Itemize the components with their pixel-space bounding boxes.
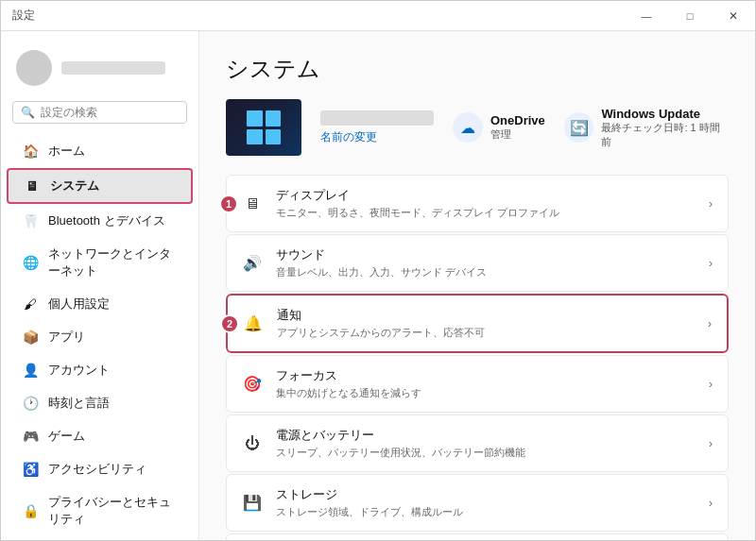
nav-label-gaming: ゲーム: [48, 428, 85, 445]
sidebar: 🔍 🏠 ホーム 🖥 システム 🦷 Bluetooth とデバイス 🌐 ネットワー…: [1, 31, 199, 540]
nav-label-bluetooth: Bluetooth とデバイス: [48, 212, 165, 229]
search-box[interactable]: 🔍: [12, 101, 187, 124]
win11-square-3: [247, 129, 263, 145]
chevron-icon-notifications: ›: [708, 317, 712, 330]
settings-item-storage[interactable]: 💾 ストレージ ストレージ領域、ドライブ、構成ルール ›: [226, 474, 729, 532]
settings-icon-power: ⏻: [242, 433, 263, 454]
settings-text-display: ディスプレイ モニター、明るさ、夜間モード、ディスプレイ プロファイル: [276, 187, 696, 220]
action-icon-windows_update: 🔄: [564, 112, 594, 143]
action-label-onedrive: OneDrive: [490, 113, 545, 127]
user-section: [1, 42, 198, 101]
maximize-button[interactable]: □: [668, 1, 712, 31]
nav-label-time: 時刻と言語: [48, 395, 110, 412]
settings-title-storage: ストレージ: [276, 486, 696, 503]
nav-icon-accounts: 👤: [22, 362, 39, 379]
sidebar-item-home[interactable]: 🏠 ホーム: [7, 135, 193, 167]
header-action-onedrive[interactable]: ☁ OneDrive 管理: [453, 107, 545, 149]
header-action-windows_update[interactable]: 🔄 Windows Update 最終チェック日時: 1 時間前: [564, 107, 729, 149]
nav-label-home: ホーム: [48, 143, 85, 160]
settings-item-notifications[interactable]: 2 🔔 通知 アプリとシステムからのアラート、応答不可 ›: [226, 294, 729, 353]
main-content: システム 名前の変更: [199, 31, 755, 540]
settings-text-focus: フォーカス 集中の妨げとなる通知を減らす: [276, 367, 696, 400]
nav-icon-personalization: 🖌: [22, 296, 39, 313]
badge-display: 1: [219, 194, 238, 213]
settings-title-focus: フォーカス: [276, 367, 696, 384]
settings-item-sound[interactable]: 🔊 サウンド 音量レベル、出力、入力、サウンド デバイス ›: [226, 234, 729, 292]
settings-list: 1 🖥 ディスプレイ モニター、明るさ、夜間モード、ディスプレイ プロファイル …: [226, 175, 729, 540]
sidebar-item-network[interactable]: 🌐 ネットワークとインターネット: [7, 238, 193, 287]
settings-subtitle-power: スリープ、バッテリー使用状況、バッテリー節約機能: [276, 446, 696, 460]
nav-icon-home: 🏠: [22, 143, 39, 160]
page-title: システム: [226, 54, 729, 84]
sidebar-item-time[interactable]: 🕐 時刻と言語: [7, 387, 193, 419]
settings-title-display: ディスプレイ: [276, 187, 696, 204]
settings-window: 設定 — □ ✕ 🔍 🏠 ホーム 🖥 システム 🦷 Bl: [0, 0, 756, 541]
win11-logo: [247, 110, 281, 144]
nav-icon-time: 🕐: [22, 395, 39, 412]
settings-subtitle-sound: 音量レベル、出力、入力、サウンド デバイス: [276, 265, 696, 279]
computer-name-block: [320, 110, 434, 126]
settings-item-focus[interactable]: 🎯 フォーカス 集中の妨げとなる通知を減らす ›: [226, 355, 729, 413]
settings-item-power[interactable]: ⏻ 電源とバッテリー スリープ、バッテリー使用状況、バッテリー節約機能 ›: [226, 414, 729, 472]
sidebar-item-accounts[interactable]: 👤 アカウント: [7, 354, 193, 386]
search-input[interactable]: [41, 106, 179, 119]
action-label-windows_update: Windows Update: [601, 107, 729, 121]
nav-icon-apps: 📦: [22, 329, 39, 346]
nav-label-personalization: 個人用設定: [48, 296, 110, 313]
action-text-onedrive: OneDrive 管理: [490, 113, 545, 142]
settings-subtitle-notifications: アプリとシステムからのアラート、応答不可: [277, 326, 695, 340]
settings-title-notifications: 通知: [277, 307, 695, 324]
badge-notifications: 2: [220, 314, 239, 333]
nav-icon-system: 🖥: [24, 178, 41, 194]
minimize-button[interactable]: —: [625, 1, 668, 31]
nav-label-network: ネットワークとインターネット: [48, 245, 178, 279]
pc-thumbnail-inner: [226, 99, 301, 156]
titlebar-title: 設定: [12, 8, 35, 24]
nav-label-apps: アプリ: [48, 329, 85, 346]
username-block: [61, 61, 165, 75]
close-button[interactable]: ✕: [712, 1, 755, 31]
win11-square-4: [266, 129, 282, 145]
nav-icon-network: 🌐: [22, 254, 39, 271]
rename-link[interactable]: 名前の変更: [320, 130, 377, 144]
settings-icon-notifications: 🔔: [243, 313, 264, 334]
nav-label-system: システム: [50, 178, 99, 194]
nav-icon-privacy: 🔒: [22, 502, 39, 519]
nav-icon-gaming: 🎮: [22, 428, 39, 445]
action-icon-onedrive: ☁: [453, 112, 483, 143]
pc-name-section: 名前の変更: [320, 110, 434, 145]
settings-title-sound: サウンド: [276, 246, 696, 263]
sidebar-item-apps[interactable]: 📦 アプリ: [7, 321, 193, 353]
search-icon: 🔍: [21, 106, 35, 119]
nav-list: 🏠 ホーム 🖥 システム 🦷 Bluetooth とデバイス 🌐 ネットワークと…: [1, 135, 198, 540]
sidebar-item-windows_update[interactable]: 🔄 Windows Update: [7, 536, 193, 540]
settings-subtitle-focus: 集中の妨げとなる通知を減らす: [276, 386, 696, 400]
chevron-icon-sound: ›: [709, 257, 713, 270]
pc-thumbnail: [226, 99, 301, 156]
settings-subtitle-display: モニター、明るさ、夜間モード、ディスプレイ プロファイル: [276, 206, 696, 220]
settings-item-nearby_sharing[interactable]: 📤 近距離共有 見つけやすさ、受信ファイルの場所 ›: [226, 533, 729, 540]
settings-text-notifications: 通知 アプリとシステムからのアラート、応答不可: [277, 307, 695, 340]
nav-label-privacy: プライバシーとセキュリティ: [48, 494, 178, 528]
sidebar-item-personalization[interactable]: 🖌 個人用設定: [7, 288, 193, 320]
settings-item-display[interactable]: 1 🖥 ディスプレイ モニター、明るさ、夜間モード、ディスプレイ プロファイル …: [226, 175, 729, 232]
titlebar: 設定 — □ ✕: [1, 1, 755, 31]
chevron-icon-display: ›: [709, 197, 713, 211]
sidebar-item-privacy[interactable]: 🔒 プライバシーとセキュリティ: [7, 486, 193, 535]
titlebar-controls: — □ ✕: [625, 1, 755, 31]
header-actions: ☁ OneDrive 管理 🔄 Windows Update 最終チェック日時:…: [453, 107, 729, 149]
nav-label-accessibility: アクセシビリティ: [48, 461, 146, 478]
sidebar-item-system[interactable]: 🖥 システム: [7, 168, 193, 204]
sidebar-item-bluetooth[interactable]: 🦷 Bluetooth とデバイス: [7, 205, 193, 237]
settings-icon-focus: 🎯: [242, 374, 263, 395]
settings-text-power: 電源とバッテリー スリープ、バッテリー使用状況、バッテリー節約機能: [276, 427, 696, 460]
chevron-icon-focus: ›: [709, 378, 713, 391]
sidebar-item-accessibility[interactable]: ♿ アクセシビリティ: [7, 453, 193, 485]
chevron-icon-power: ›: [709, 437, 713, 450]
chevron-icon-storage: ›: [709, 497, 713, 510]
settings-icon-storage: 💾: [242, 493, 263, 514]
settings-icon-display: 🖥: [242, 194, 263, 214]
sidebar-item-gaming[interactable]: 🎮 ゲーム: [7, 420, 193, 452]
action-sublabel-windows_update: 最終チェック日時: 1 時間前: [601, 121, 729, 149]
settings-text-sound: サウンド 音量レベル、出力、入力、サウンド デバイス: [276, 246, 696, 279]
